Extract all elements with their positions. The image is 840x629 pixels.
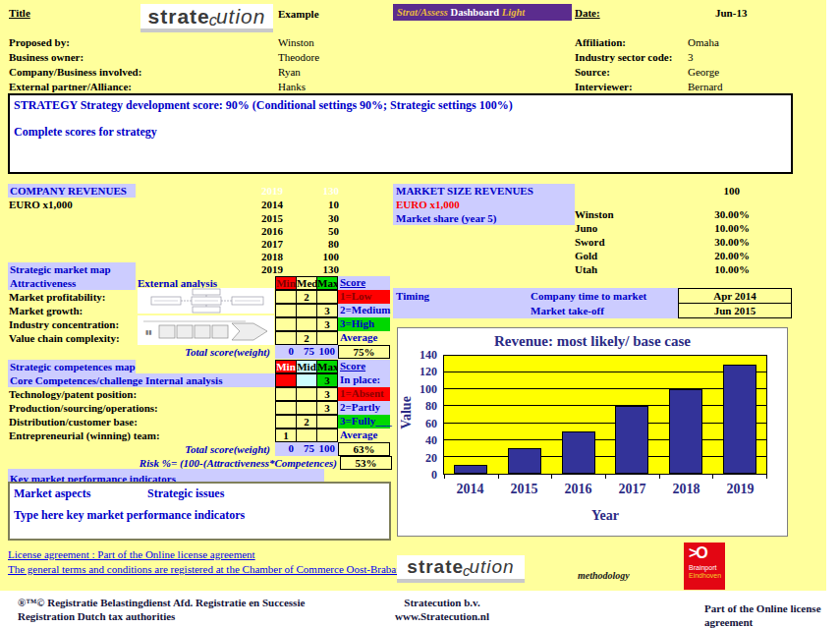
- chart-y-ticks: 020406080100120140: [400, 355, 439, 475]
- field-value-proposed-by[interactable]: Winston: [278, 35, 314, 49]
- market-profitability-med-cell[interactable]: 2: [296, 290, 317, 304]
- field-value-industry-code[interactable]: 3: [688, 50, 694, 64]
- footer-logo-shadow-strip: [397, 579, 525, 583]
- footer-website[interactable]: www.Stratecution.nl: [373, 609, 511, 623]
- strategy-score-box: STRATEGY Strategy development score: 90%…: [8, 93, 793, 174]
- market-growth-med-cell[interactable]: [296, 304, 317, 317]
- production-max-cell[interactable]: 3: [316, 401, 338, 415]
- legend-fully: 3=Fully___: [338, 415, 390, 429]
- date-value[interactable]: Jun-13: [715, 6, 747, 20]
- y-tick-label: 100: [398, 382, 437, 396]
- field-value-business-owner[interactable]: Theodore: [278, 50, 319, 64]
- row-label-industry-concentration: Industry concentration:: [9, 317, 119, 331]
- revenue-year-2014[interactable]: 2014: [248, 198, 283, 211]
- production-mid-cell[interactable]: [296, 401, 317, 415]
- risk-value: 53%: [340, 456, 392, 470]
- distribution-max-cell[interactable]: [316, 415, 338, 429]
- technology-min-cell[interactable]: [275, 387, 297, 401]
- legend-average-competences: Average: [338, 429, 390, 442]
- market-growth-min-cell[interactable]: [275, 304, 297, 317]
- title-value[interactable]: Example: [278, 7, 319, 21]
- share-name-sword[interactable]: Sword: [575, 235, 605, 249]
- industry-concentration-min-cell[interactable]: [275, 317, 297, 331]
- timing-value-take-off[interactable]: Jun 2015: [678, 303, 792, 318]
- revenue-value-2015[interactable]: 30: [290, 211, 339, 225]
- revenue-year-2015[interactable]: 2015: [248, 211, 283, 225]
- share-pct-utah[interactable]: 10.00%: [683, 262, 750, 276]
- strategy-instruction-line[interactable]: Complete scores for strategy: [10, 113, 791, 140]
- field-value-interviewer[interactable]: Bernard: [688, 80, 722, 93]
- market-map-total-row: 0 75 100 75%: [275, 345, 390, 359]
- company-revenues-ghost-value: 130: [290, 184, 339, 198]
- stratecution-logo-footer: stratecution: [397, 555, 525, 579]
- field-value-company[interactable]: Ryan: [278, 65, 301, 79]
- revenue-year-2018[interactable]: 2018: [248, 250, 283, 263]
- team-max-cell[interactable]: [316, 429, 338, 442]
- share-pct-gold[interactable]: 20.00%: [683, 249, 750, 262]
- revenue-year-2019[interactable]: 2019: [248, 262, 283, 276]
- field-label-partner: External partner/Alliance:: [9, 80, 132, 93]
- share-pct-juno[interactable]: 10.00%: [683, 221, 750, 235]
- date-label: Date:: [575, 6, 600, 20]
- competences-total-row: 0 75 100 63%: [275, 442, 390, 456]
- revenue-bar-2015: [508, 448, 541, 474]
- share-name-gold[interactable]: Gold: [575, 249, 597, 262]
- gridline: [444, 388, 766, 389]
- share-pct-winston[interactable]: 30.00%: [683, 207, 750, 221]
- team-min-cell[interactable]: 1: [275, 429, 297, 442]
- revenue-value-2018[interactable]: 100: [290, 250, 339, 263]
- revenue-bar-2016: [562, 431, 595, 474]
- company-revenues-title: COMPANY REVENUES: [8, 184, 136, 198]
- footer-license-note: Part of the Online license agreement: [704, 601, 840, 629]
- value-chain-max-cell[interactable]: [316, 331, 338, 345]
- gridline: [444, 423, 766, 424]
- production-min-cell[interactable]: [275, 401, 297, 415]
- revenue-value-2019[interactable]: 130: [290, 262, 339, 276]
- kpi-input-box[interactable]: Market aspects Strategic issues Type her…: [8, 482, 391, 541]
- distribution-mid-cell[interactable]: 2: [296, 415, 317, 429]
- revenue-year-2017[interactable]: 2017: [248, 237, 283, 251]
- company-revenues-ghost-year: 2019: [248, 184, 283, 198]
- timing-value-time-to-market[interactable]: Apr 2014: [678, 288, 792, 304]
- banner-part2: Dashboard: [448, 7, 502, 18]
- share-name-winston[interactable]: Winston: [575, 207, 614, 221]
- market-map-header-med: Med: [296, 276, 317, 290]
- industry-concentration-cells: 3 3=High: [275, 317, 390, 331]
- share-name-juno[interactable]: Juno: [575, 221, 597, 235]
- terms-conditions-link[interactable]: The general terms and conditions are reg…: [8, 562, 405, 576]
- revenue-year-2016[interactable]: 2016: [248, 224, 283, 238]
- row-label-market-growth: Market growth:: [9, 304, 83, 317]
- competences-total-label: Total score(weight): [118, 442, 270, 456]
- revenue-value-2017[interactable]: 80: [290, 237, 339, 251]
- revenue-value-2014[interactable]: 10: [290, 198, 339, 211]
- y-tick-label: 60: [398, 417, 437, 430]
- team-mid-cell[interactable]: [296, 429, 317, 442]
- revenue-value-2016[interactable]: 50: [290, 224, 339, 238]
- market-map-title: Strategic market map: [8, 262, 136, 276]
- share-pct-sword[interactable]: 30.00%: [683, 235, 750, 249]
- field-value-partner[interactable]: Hanks: [278, 80, 306, 93]
- market-map-total-max: 100: [316, 345, 338, 359]
- market-growth-max-cell[interactable]: 3: [316, 304, 338, 317]
- market-profitability-min-cell[interactable]: [275, 290, 297, 304]
- field-value-affiliation[interactable]: Omaha: [688, 35, 719, 49]
- industry-concentration-max-cell[interactable]: 3: [316, 317, 338, 331]
- kpi-placeholder[interactable]: Type here key market performance indicat…: [14, 508, 245, 523]
- share-name-utah[interactable]: Utah: [575, 262, 597, 276]
- market-profitability-max-cell[interactable]: [316, 290, 338, 304]
- competences-header-max: Max: [316, 360, 338, 373]
- value-chain-min-cell[interactable]: [275, 331, 297, 345]
- value-chain-med-cell[interactable]: 2: [296, 331, 317, 345]
- technology-max-cell[interactable]: 3: [316, 387, 338, 401]
- field-label-company: Company/Business involved:: [9, 65, 141, 79]
- core-mid-cell: [296, 373, 317, 387]
- x-axis-tick-mark: [444, 475, 445, 479]
- license-agreement-link[interactable]: License agreement : Part of the Online l…: [8, 547, 255, 561]
- title-label: Title: [9, 6, 30, 20]
- technology-mid-cell[interactable]: [296, 387, 317, 401]
- industry-concentration-med-cell[interactable]: [296, 317, 317, 331]
- distribution-min-cell[interactable]: [275, 415, 297, 429]
- market-size-total[interactable]: 100: [678, 184, 740, 198]
- legend-medium: 2=Medium: [338, 304, 390, 317]
- field-value-source[interactable]: George: [688, 65, 719, 79]
